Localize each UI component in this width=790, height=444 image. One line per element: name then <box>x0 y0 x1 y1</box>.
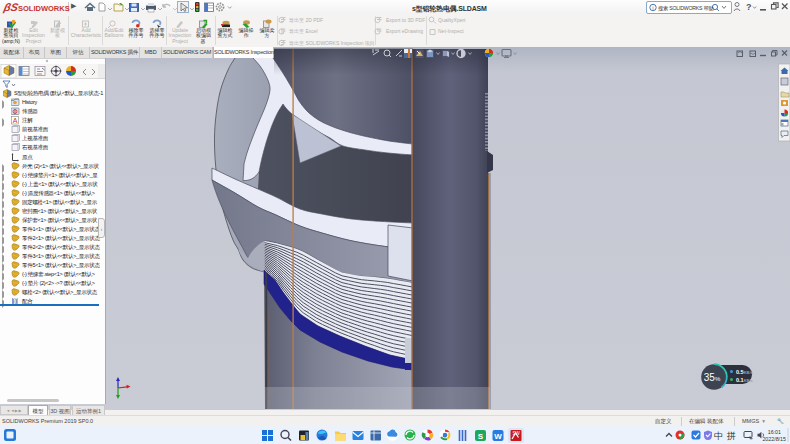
svg-text:2022/8/15: 2022/8/15 <box>762 436 786 442</box>
svg-text:0.5KB/s: 0.5KB/s <box>736 369 754 375</box>
svg-text:拼: 拼 <box>726 431 736 441</box>
svg-text:16:01: 16:01 <box>768 429 781 435</box>
svg-text:S: S <box>478 432 484 441</box>
svg-text:i: i <box>652 5 653 11</box>
svg-text:0.1KB/s: 0.1KB/s <box>736 377 754 383</box>
svg-text:SW: SW <box>512 431 520 436</box>
svg-text:W: W <box>494 432 502 441</box>
svg-text:中: 中 <box>714 431 723 441</box>
svg-text:?: ? <box>746 2 752 12</box>
svg-text:A: A <box>13 117 18 124</box>
